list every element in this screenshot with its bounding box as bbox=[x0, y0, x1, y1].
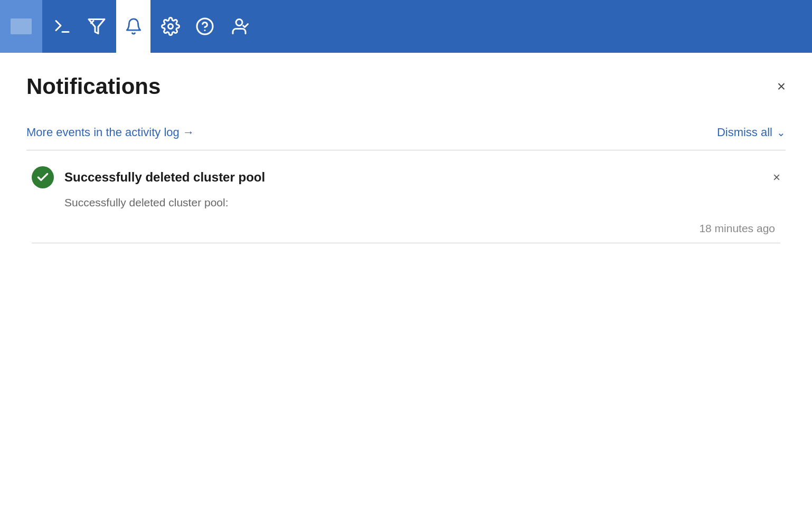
help-button[interactable] bbox=[190, 11, 219, 42]
notifications-actions: More events in the activity log → Dismis… bbox=[26, 126, 786, 139]
notifications-close-button[interactable]: × bbox=[777, 79, 786, 94]
account-button[interactable] bbox=[224, 11, 253, 42]
activity-log-link[interactable]: More events in the activity log → bbox=[26, 126, 194, 139]
topbar-left-icons bbox=[42, 0, 116, 53]
notification-title: Successfully deleted cluster pool bbox=[64, 170, 265, 185]
filter-icon bbox=[87, 17, 106, 36]
settings-button[interactable] bbox=[156, 11, 185, 42]
topbar-logo bbox=[0, 0, 42, 53]
dismiss-all-button[interactable]: Dismiss all ⌄ bbox=[717, 126, 786, 139]
account-icon bbox=[230, 17, 249, 36]
notification-divider-bottom bbox=[32, 243, 780, 243]
help-icon bbox=[195, 17, 214, 36]
svg-point-7 bbox=[236, 20, 242, 26]
notification-dismiss-button[interactable]: × bbox=[773, 171, 780, 184]
svg-line-3 bbox=[91, 21, 93, 24]
notification-item-left: Successfully deleted cluster pool bbox=[32, 166, 265, 188]
terminal-icon bbox=[53, 17, 72, 36]
success-icon bbox=[32, 166, 54, 188]
topbar-right-icons bbox=[150, 0, 812, 53]
bell-icon bbox=[125, 17, 143, 35]
chevron-down-icon: ⌄ bbox=[777, 126, 786, 139]
notification-item: Successfully deleted cluster pool × Succ… bbox=[26, 150, 786, 254]
terminal-button[interactable] bbox=[48, 11, 77, 42]
gear-icon bbox=[161, 17, 180, 36]
filter-button[interactable] bbox=[82, 11, 111, 42]
svg-rect-0 bbox=[11, 18, 32, 34]
topbar bbox=[0, 0, 812, 53]
notifications-panel: Notifications × More events in the activ… bbox=[0, 53, 812, 254]
notification-body: Successfully deleted cluster pool: bbox=[32, 196, 780, 209]
svg-marker-2 bbox=[89, 20, 105, 34]
notification-timestamp: 18 minutes ago bbox=[32, 222, 780, 235]
notification-item-header: Successfully deleted cluster pool × bbox=[32, 166, 780, 188]
svg-point-4 bbox=[168, 24, 173, 29]
notifications-title: Notifications bbox=[26, 74, 160, 99]
notifications-header: Notifications × bbox=[26, 74, 786, 99]
dismiss-all-label: Dismiss all bbox=[717, 126, 772, 139]
logo-icon bbox=[11, 18, 32, 34]
checkmark-icon bbox=[36, 170, 50, 184]
notifications-button[interactable] bbox=[116, 0, 150, 53]
